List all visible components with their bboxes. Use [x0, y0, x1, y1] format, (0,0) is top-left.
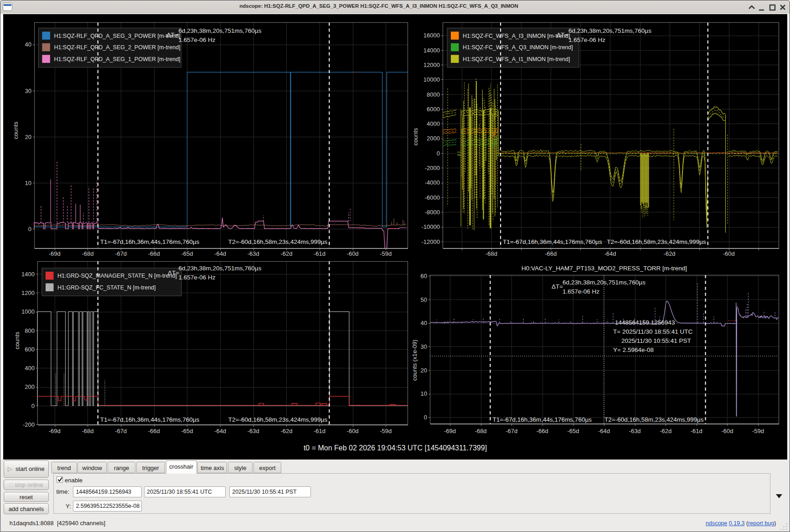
- svg-text:H1:SQZ-RLF_QPD_A_SEG_1_POWER [: H1:SQZ-RLF_QPD_A_SEG_1_POWER [m-trend]: [54, 56, 180, 62]
- svg-text:600: 600: [25, 346, 35, 353]
- svg-text:0: 0: [437, 150, 440, 157]
- svg-text:Y= 2.5964e-08: Y= 2.5964e-08: [613, 346, 654, 353]
- svg-text:-61d: -61d: [691, 428, 702, 434]
- svg-text:T2=-60d,16h,58m,23s,424ms,999µ: T2=-60d,16h,58m,23s,424ms,999µs: [228, 238, 328, 245]
- svg-text:ΔT=: ΔT=: [552, 283, 563, 290]
- svg-text:10: 10: [25, 180, 31, 186]
- svg-text:1.657e-06 Hz: 1.657e-06 Hz: [179, 36, 216, 43]
- svg-text:8000: 8000: [427, 91, 440, 98]
- svg-text:60: 60: [421, 273, 427, 279]
- svg-text:20: 20: [25, 134, 31, 140]
- svg-text:-67d: -67d: [506, 428, 517, 434]
- svg-text:-200: -200: [23, 421, 35, 428]
- svg-text:1000: 1000: [21, 308, 35, 315]
- svg-text:T2=-60d,16h,58m,23s,424ms,999µ: T2=-60d,16h,58m,23s,424ms,999µs: [607, 238, 706, 245]
- svg-text:counts: counts: [412, 128, 419, 145]
- svg-text:6d,23h,38m,20s,751ms,760µs: 6d,23h,38m,20s,751ms,760µs: [568, 27, 651, 34]
- svg-text:2025/11/30 10:55:41 PST: 2025/11/30 10:55:41 PST: [621, 337, 691, 344]
- svg-text:200: 200: [25, 383, 35, 390]
- svg-text:14000: 14000: [423, 47, 440, 54]
- svg-text:-59d: -59d: [380, 428, 392, 434]
- svg-text:50: 50: [421, 296, 427, 303]
- svg-text:16000: 16000: [423, 32, 440, 39]
- svg-text:-69d: -69d: [49, 250, 61, 257]
- svg-text:10: 10: [421, 390, 427, 397]
- svg-text:1448564159.1256943: 1448564159.1256943: [615, 319, 675, 326]
- svg-text:-2000: -2000: [425, 165, 440, 171]
- svg-text:-63d: -63d: [629, 428, 641, 434]
- svg-text:-66d: -66d: [537, 428, 548, 434]
- svg-text:-66d: -66d: [545, 250, 557, 257]
- svg-text:-68d: -68d: [82, 428, 93, 434]
- svg-text:6000: 6000: [427, 106, 440, 113]
- svg-text:40: 40: [25, 41, 31, 48]
- svg-text:counts (x1e-09): counts (x1e-09): [411, 340, 418, 381]
- svg-text:1.657e-06 Hz: 1.657e-06 Hz: [179, 274, 216, 281]
- svg-text:30: 30: [25, 88, 31, 94]
- svg-text:-8000: -8000: [425, 209, 440, 216]
- svg-text:6d,23h,38m,20s,751ms,760µs: 6d,23h,38m,20s,751ms,760µs: [179, 265, 262, 272]
- svg-text:6d,23h,38m,20s,751ms,760µs: 6d,23h,38m,20s,751ms,760µs: [179, 27, 262, 34]
- svg-text:counts: counts: [12, 121, 19, 139]
- svg-text:-12000: -12000: [422, 238, 440, 245]
- svg-text:12000: 12000: [423, 62, 440, 68]
- svg-text:-66d: -66d: [148, 428, 160, 434]
- svg-text:H0:VAC-LY_HAM7_PT153_MOD2_PRES: H0:VAC-LY_HAM7_PT153_MOD2_PRESS_TORR [m-…: [522, 265, 687, 272]
- svg-text:1400: 1400: [21, 271, 35, 278]
- svg-text:T1=-67d,16h,36m,44s,176ms,760µ: T1=-67d,16h,36m,44s,176ms,760µs: [100, 238, 200, 245]
- svg-text:-68d: -68d: [485, 250, 497, 257]
- svg-text:-67d: -67d: [115, 250, 127, 257]
- svg-text:1.657e-06 Hz: 1.657e-06 Hz: [563, 288, 599, 295]
- svg-text:-64d: -64d: [604, 250, 616, 257]
- svg-text:H1:SQZ-RLF_QPD_A_SEG_3_POWER [: H1:SQZ-RLF_QPD_A_SEG_3_POWER [m-trend]: [54, 33, 180, 39]
- svg-text:-64d: -64d: [598, 428, 610, 434]
- svg-text:-61d: -61d: [314, 250, 325, 257]
- svg-text:40: 40: [421, 320, 427, 326]
- svg-text:-65d: -65d: [567, 428, 579, 434]
- svg-text:-63d: -63d: [248, 250, 259, 257]
- svg-text:-60d: -60d: [723, 250, 735, 257]
- svg-text:-62d: -62d: [664, 250, 676, 257]
- svg-text:-62d: -62d: [280, 250, 292, 257]
- svg-text:10000: 10000: [423, 76, 440, 83]
- svg-text:-66d: -66d: [148, 250, 160, 257]
- svg-text:ΔT=: ΔT=: [167, 31, 178, 38]
- svg-text:-64d: -64d: [214, 428, 226, 434]
- svg-text:-60d: -60d: [721, 428, 733, 434]
- svg-text:T1=-67d,16h,36m,44s,176ms,760µ: T1=-67d,16h,36m,44s,176ms,760µs: [100, 416, 200, 423]
- svg-text:-10000: -10000: [422, 223, 440, 230]
- svg-text:-69d: -69d: [49, 428, 61, 434]
- svg-text:30: 30: [421, 343, 427, 350]
- svg-text:-64d: -64d: [214, 250, 226, 257]
- svg-text:0: 0: [31, 403, 35, 409]
- svg-text:-62d: -62d: [660, 428, 671, 434]
- svg-text:H1:SQZ-FC_WFS_A_Q3_INMON [m-tr: H1:SQZ-FC_WFS_A_Q3_INMON [m-trend]: [463, 44, 573, 51]
- svg-text:2000: 2000: [427, 135, 440, 142]
- svg-text:T1=-67d,16h,36m,44s,176ms,760µ: T1=-67d,16h,36m,44s,176ms,760µs: [492, 416, 592, 423]
- svg-text:-65d: -65d: [181, 250, 193, 257]
- svg-text:400: 400: [25, 365, 35, 372]
- svg-text:-6000: -6000: [425, 194, 440, 201]
- svg-text:T2=-60d,16h,58m,23s,424ms,999µ: T2=-60d,16h,58m,23s,424ms,999µs: [604, 416, 704, 423]
- svg-text:800: 800: [25, 327, 35, 334]
- svg-text:-61d: -61d: [314, 428, 325, 434]
- svg-text:1.657e-06 Hz: 1.657e-06 Hz: [568, 36, 605, 43]
- svg-text:-62d: -62d: [280, 428, 292, 434]
- svg-text:T2=-60d,16h,58m,23s,424ms,999µ: T2=-60d,16h,58m,23s,424ms,999µs: [228, 416, 328, 423]
- svg-text:6d,23h,38m,20s,751ms,760µs: 6d,23h,38m,20s,751ms,760µs: [563, 279, 645, 286]
- svg-text:H1:GRD-SQZ_MANAGER_STATE_N [m-: H1:GRD-SQZ_MANAGER_STATE_N [m-trend]: [57, 273, 177, 279]
- svg-text:ΔT=: ΔT=: [168, 269, 179, 276]
- svg-text:-68d: -68d: [475, 428, 487, 434]
- svg-text:20: 20: [421, 367, 427, 374]
- svg-text:-60d: -60d: [347, 428, 359, 434]
- svg-text:-65d: -65d: [181, 428, 193, 434]
- svg-text:-63d: -63d: [248, 428, 259, 434]
- svg-text:1200: 1200: [21, 289, 35, 296]
- svg-text:0: 0: [28, 226, 31, 232]
- svg-text:-67d: -67d: [115, 428, 127, 434]
- svg-text:H1:SQZ-FC_WFS_A_I1_INMON [m-tr: H1:SQZ-FC_WFS_A_I1_INMON [m-trend]: [463, 56, 570, 62]
- svg-text:-60d: -60d: [347, 250, 359, 257]
- svg-text:-59d: -59d: [380, 250, 392, 257]
- svg-text:H1:GRD-SQZ_FC_STATE_N [m-trend: H1:GRD-SQZ_FC_STATE_N [m-trend]: [57, 284, 156, 291]
- svg-text:H1:SQZ-FC_WFS_A_I3_INMON [m-tr: H1:SQZ-FC_WFS_A_I3_INMON [m-trend]: [463, 33, 570, 39]
